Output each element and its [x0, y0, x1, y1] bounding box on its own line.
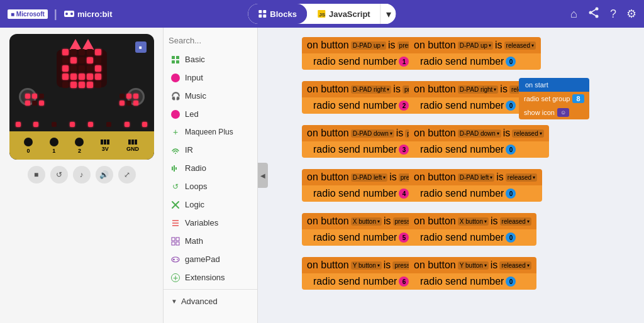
svg-rect-29 [172, 242, 175, 245]
block-canvas: on button D-PAD up is pressed radio send… [270, 28, 644, 323]
sim-stop-btn[interactable]: ■ [28, 166, 45, 183]
toolbox-radio-label: Radio [185, 163, 206, 173]
toolbox-item-basic[interactable]: Basic [164, 50, 257, 68]
toolbox-item-gamepad[interactable]: gamePad [164, 250, 257, 268]
main-layout: ■ [0, 28, 644, 323]
music-icon: 🎧 [171, 92, 180, 101]
svg-rect-19 [172, 167, 173, 170]
toolbox-search-input[interactable] [169, 36, 258, 45]
svg-rect-21 [175, 167, 177, 170]
toolbox-item-math[interactable]: Math [164, 232, 257, 250]
top-nav: ■ Microsoft | micro:bit Blocks JS JavaSc… [0, 0, 644, 28]
toolbox-item-led[interactable]: Led [164, 105, 257, 123]
svg-point-18 [175, 153, 176, 154]
blocks-tab-label: Blocks [270, 9, 297, 19]
block-dpad-up-released[interactable]: on button D-PAD up is released radio sen… [409, 37, 541, 70]
javascript-tab[interactable]: JS JavaScript [307, 4, 380, 24]
block-btn-x-released[interactable]: on button X button is released radio sen… [409, 213, 536, 246]
extensions-icon: + [171, 273, 180, 282]
toolbox-search-container: 🔍 [164, 33, 257, 48]
radio-group-num[interactable]: 8 [572, 94, 584, 103]
sim-volume-btn[interactable]: 🔊 [96, 166, 113, 183]
block-on-start[interactable]: on start radio set group 8 show icon ☺ [519, 78, 589, 119]
toolbox-item-radio[interactable]: Radio [164, 159, 257, 177]
share-icon[interactable] [587, 6, 600, 22]
toolbox-item-maqueen[interactable]: + Maqueen Plus [164, 123, 257, 141]
toolbox-extensions-label: Extensions [185, 273, 225, 282]
toolbox-loops-label: Loops [185, 182, 207, 191]
toolbox-item-music[interactable]: 🎧 Music [164, 87, 257, 105]
block-dpad-left-released[interactable]: on button D-PAD left is released radio s… [409, 169, 542, 202]
microsoft-logo: ■ Microsoft | micro:bit [8, 8, 113, 21]
mb-led-matrix [62, 49, 101, 88]
toolbox-item-ir[interactable]: IR [164, 141, 257, 159]
toolbox-advanced-label: Advanced [181, 297, 218, 306]
mb-version-badge: ■ [135, 41, 147, 53]
variables-icon [171, 219, 180, 227]
help-icon[interactable]: ? [610, 8, 616, 21]
js-tab-label: JavaScript [329, 9, 370, 19]
on-start-header: on start [519, 78, 589, 92]
svg-line-12 [591, 9, 597, 13]
home-icon[interactable]: ⌂ [570, 8, 577, 21]
toolbox-divider [164, 289, 257, 290]
toolbox-item-input[interactable]: Input [164, 68, 257, 87]
basic-icon [171, 55, 180, 64]
toolbox-item-variables[interactable]: Variables [164, 214, 257, 232]
sim-restart-btn[interactable]: ↺ [50, 166, 68, 183]
toolbox-led-label: Led [185, 109, 199, 119]
nav-right-icons: ⌂ ? ⚙ [570, 6, 636, 22]
block-btn-y-released[interactable]: on button Y button is released radio sen… [409, 257, 536, 290]
svg-rect-6 [263, 14, 266, 18]
maqueen-icon: + [171, 128, 180, 136]
toolbox-basic-label: Basic [185, 55, 205, 64]
svg-line-13 [591, 13, 597, 16]
svg-rect-14 [172, 56, 175, 59]
toolbox-gamepad-label: gamePad [185, 255, 220, 264]
toolbox-item-logic[interactable]: Logic [164, 195, 257, 214]
svg-rect-17 [176, 60, 179, 63]
microbit-icon [64, 8, 75, 19]
toolbox-input-label: Input [185, 73, 203, 82]
svg-rect-15 [176, 56, 179, 59]
js-dropdown[interactable]: ▾ [380, 4, 396, 24]
block-dpad-down-released[interactable]: on button D-PAD down is released radio s… [409, 125, 549, 158]
gamepad-icon [171, 255, 180, 264]
toolbox-variables-label: Variables [185, 218, 218, 227]
workspace: ◀ on button D-PAD up is pressed radio se… [258, 28, 644, 323]
svg-rect-4 [263, 10, 266, 13]
ms-badge: ■ Microsoft [8, 9, 48, 19]
svg-point-2 [70, 13, 73, 15]
svg-point-34 [177, 258, 177, 259]
led-icon [171, 110, 180, 119]
simulator-panel: ■ [0, 28, 164, 323]
toolbox-math-label: Math [185, 236, 203, 246]
toolbox-ir-label: IR [185, 145, 193, 155]
advanced-collapse-arrow: ▼ [171, 298, 177, 305]
loops-icon: ↺ [171, 182, 180, 191]
toolbox-logic-label: Logic [185, 200, 204, 209]
sim-controls: ■ ↺ ♪ 🔊 ⤢ [28, 166, 136, 183]
svg-rect-27 [172, 238, 175, 241]
blocks-tab[interactable]: Blocks [248, 4, 307, 24]
svg-text:JS: JS [319, 12, 325, 18]
settings-icon[interactable]: ⚙ [626, 7, 636, 21]
icon-face-value[interactable]: ☺ [557, 108, 569, 117]
sim-fullscreen-btn[interactable]: ⤢ [118, 166, 136, 183]
svg-point-1 [65, 13, 68, 15]
toolbox-item-advanced[interactable]: ▼ Advanced [164, 292, 257, 310]
editor-toggle: Blocks JS JavaScript ▾ [248, 4, 396, 24]
toolbox-item-extensions[interactable]: + Extensions [164, 268, 257, 287]
toolbox-item-loops[interactable]: ↺ Loops [164, 177, 257, 195]
svg-rect-16 [172, 60, 175, 63]
microbit-simulator: ■ [9, 34, 154, 160]
svg-rect-28 [176, 238, 179, 241]
js-icon: JS [317, 9, 326, 18]
toolbox-collapse-handle[interactable]: ◀ [258, 163, 268, 188]
svg-rect-33 [173, 259, 175, 260]
sim-mute-btn[interactable]: ♪ [73, 166, 91, 183]
logic-icon [171, 200, 180, 209]
toolbox-maqueen-label: Maqueen Plus [185, 128, 233, 136]
svg-rect-30 [176, 242, 179, 245]
svg-rect-3 [258, 10, 262, 13]
